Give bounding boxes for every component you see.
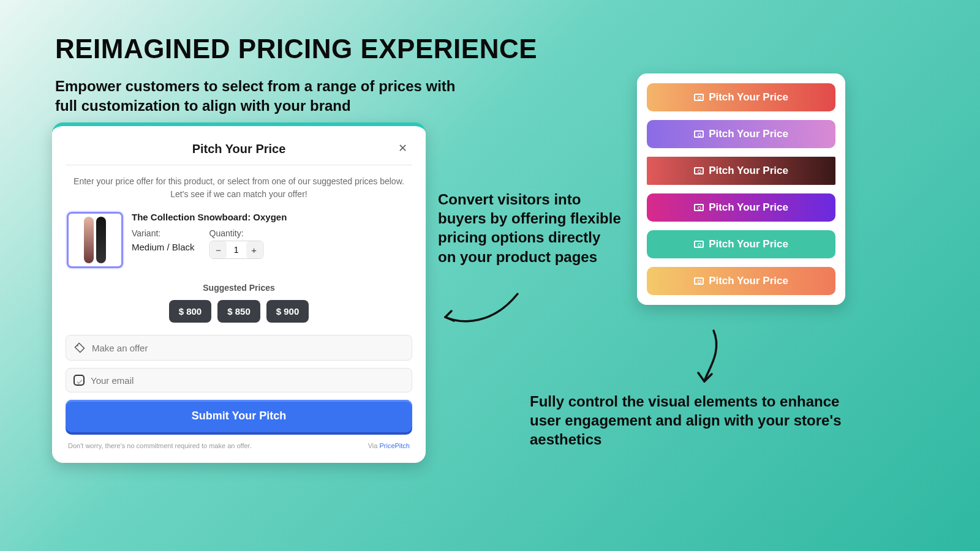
- callout-convert: Convert visitors into buyers by offering…: [438, 190, 622, 266]
- offer-input[interactable]: [92, 343, 404, 353]
- email-icon: [74, 375, 85, 386]
- suggested-price-2[interactable]: $ 850: [217, 300, 260, 323]
- suggested-price-3[interactable]: $ 900: [266, 300, 309, 323]
- quantity-minus-button[interactable]: −: [211, 241, 227, 258]
- cash-icon: [694, 94, 704, 101]
- quantity-stepper[interactable]: − 1 +: [209, 241, 263, 259]
- headline: REIMAGINED PRICING EXPERIENCE: [55, 34, 537, 64]
- button-showcase: Pitch Your Price Pitch Your Price Pitch …: [637, 73, 845, 305]
- svg-point-0: [77, 345, 78, 347]
- quantity-label: Quantity:: [209, 228, 263, 238]
- pitch-modal: Pitch Your Price ✕ Enter your price offe…: [52, 122, 426, 463]
- via-attribution: Via PricePitch: [368, 442, 410, 449]
- pitch-button-style-2[interactable]: Pitch Your Price: [647, 120, 835, 148]
- callout-control: Fully control the visual elements to enh…: [530, 392, 848, 449]
- close-icon[interactable]: ✕: [395, 141, 410, 156]
- variant-value: Medium / Black: [132, 241, 195, 252]
- suggested-price-1[interactable]: $ 800: [169, 300, 212, 323]
- quantity-plus-button[interactable]: +: [246, 241, 262, 258]
- submit-pitch-button[interactable]: Submit Your Pitch: [66, 400, 412, 432]
- subheadline: Empower customers to select from a range…: [55, 77, 459, 116]
- email-input[interactable]: [91, 375, 404, 386]
- cash-icon: [694, 241, 704, 248]
- pitch-button-style-5[interactable]: Pitch Your Price: [647, 230, 835, 258]
- pitch-button-style-4[interactable]: Pitch Your Price: [647, 193, 835, 222]
- product-name: The Collection Snowboard: Oxygen: [132, 212, 411, 222]
- suggested-prices-label: Suggested Prices: [66, 279, 412, 300]
- arrow-to-modal: [438, 288, 530, 337]
- cash-icon: [694, 277, 704, 285]
- modal-description: Enter your price offer for this product,…: [66, 175, 412, 212]
- offer-input-row[interactable]: [66, 335, 412, 361]
- cash-icon: [694, 167, 704, 174]
- disclaimer-text: Don't worry, there's no commitment requi…: [68, 442, 252, 449]
- cash-icon: [694, 130, 704, 138]
- product-thumbnail: [67, 212, 123, 268]
- cash-icon: [694, 204, 704, 211]
- modal-title: Pitch Your Price: [192, 142, 286, 156]
- arrow-to-callout: [680, 328, 729, 389]
- pricepitch-link[interactable]: PricePitch: [379, 442, 410, 449]
- quantity-value: 1: [227, 245, 246, 255]
- tag-icon: [74, 342, 86, 354]
- variant-label: Variant:: [132, 228, 195, 238]
- pitch-button-style-6[interactable]: Pitch Your Price: [647, 267, 835, 295]
- email-input-row[interactable]: [66, 368, 412, 392]
- pitch-button-style-1[interactable]: Pitch Your Price: [647, 83, 835, 111]
- pitch-button-style-3[interactable]: Pitch Your Price: [647, 157, 835, 185]
